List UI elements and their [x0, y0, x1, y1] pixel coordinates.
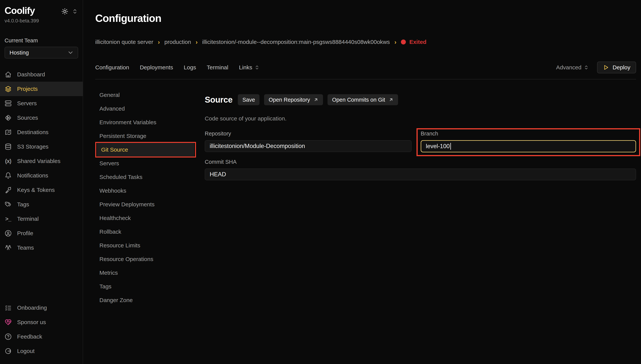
app-logo: Coolify — [5, 5, 35, 16]
sidebar-item-notifications[interactable]: Notifications — [0, 168, 83, 183]
page-title: Configuration — [95, 12, 636, 24]
tab-links[interactable]: Links — [239, 64, 260, 71]
sidebar-item-keys-tokens[interactable]: Keys & Tokens — [0, 183, 83, 197]
variables-icon: (x) — [5, 158, 12, 164]
branch-input[interactable]: level-100 — [421, 140, 636, 152]
logout-icon — [5, 348, 12, 354]
home-icon — [5, 71, 12, 78]
server-icon — [5, 100, 12, 107]
tab-terminal[interactable]: Terminal — [207, 64, 228, 71]
play-icon — [603, 64, 609, 70]
text-cursor — [450, 143, 451, 150]
theme-toggle-sun-icon[interactable] — [62, 8, 68, 16]
open-commits-button[interactable]: Open Commits on Git — [328, 94, 398, 105]
map-icon — [5, 129, 12, 136]
tab-logs[interactable]: Logs — [184, 64, 196, 71]
arrow-up-right-icon — [389, 97, 393, 102]
subnav-item-resource-operations[interactable]: Resource Operations — [95, 252, 196, 266]
sidebar-item-sponsor-us[interactable]: Sponsor us — [0, 315, 83, 330]
subnav-item-webhooks[interactable]: Webhooks — [95, 184, 196, 198]
users-icon — [5, 244, 12, 251]
tab-configuration[interactable]: Configuration — [95, 64, 129, 71]
git-source-panel: Source Save Open Repository Open Commits… — [205, 88, 636, 364]
subnav-item-servers[interactable]: Servers — [95, 156, 196, 170]
subnav-item-tags[interactable]: Tags — [95, 280, 196, 293]
commit-sha-field: Commit SHA — [205, 159, 636, 180]
commit-sha-label: Commit SHA — [205, 159, 636, 165]
help-circle-icon — [5, 333, 12, 340]
subnav-item-advanced[interactable]: Advanced — [95, 102, 196, 116]
subnav-item-preview-deployments[interactable]: Preview Deployments — [95, 198, 196, 211]
instance-selector-chevrons-icon[interactable] — [72, 8, 78, 15]
sidebar-item-projects[interactable]: Projects — [0, 82, 83, 96]
advanced-dropdown[interactable]: Advanced — [556, 64, 588, 71]
deploy-button[interactable]: Deploy — [597, 62, 636, 73]
breadcrumb-environment[interactable]: production — [164, 39, 191, 45]
current-team-label: Current Team — [5, 38, 78, 44]
terminal-icon: >_ — [5, 216, 12, 222]
git-source-annotation-box: Git Source — [95, 142, 196, 158]
sidebar-item-destinations[interactable]: Destinations — [0, 125, 83, 140]
subnav-item-danger-zone[interactable]: Danger Zone — [95, 293, 196, 307]
sidebar: Coolify v4.0.0-beta.399 Current Team Hos… — [0, 0, 83, 364]
configuration-subnav: General Advanced Environment Variables P… — [95, 88, 196, 364]
subnav-item-environment-variables[interactable]: Environment Variables — [95, 116, 196, 129]
sidebar-item-sources[interactable]: Sources — [0, 110, 83, 125]
arrow-up-right-icon — [313, 97, 318, 102]
chevron-right-icon: › — [196, 39, 198, 45]
brand-row: Coolify — [0, 5, 83, 16]
subnav-item-healthcheck[interactable]: Healthcheck — [95, 211, 196, 225]
subnav-item-rollback[interactable]: Rollback — [95, 225, 196, 238]
open-repository-button[interactable]: Open Repository — [264, 94, 323, 105]
layers-icon — [5, 86, 12, 92]
subnav-item-general[interactable]: General — [95, 88, 196, 102]
sidebar-item-shared-variables[interactable]: (x) Shared Variables — [0, 154, 83, 168]
status-dot-icon — [401, 40, 406, 44]
sidebar-item-dashboard[interactable]: Dashboard — [0, 67, 83, 82]
save-button[interactable]: Save — [238, 94, 260, 105]
subnav-item-scheduled-tasks[interactable]: Scheduled Tasks — [95, 170, 196, 184]
chevron-right-icon: › — [158, 39, 160, 45]
sidebar-item-terminal[interactable]: >_ Terminal — [0, 212, 83, 226]
source-description: Code source of your application. — [205, 115, 636, 122]
branch-field: Branch level-100 — [421, 130, 636, 152]
branch-label: Branch — [421, 130, 636, 137]
repository-input[interactable] — [205, 140, 412, 152]
tabs-divider — [95, 79, 636, 80]
commit-sha-input[interactable] — [205, 168, 636, 180]
checklist-icon — [5, 304, 12, 311]
chevrons-up-down-icon — [584, 65, 589, 70]
breadcrumb-resource[interactable]: illicitestonion/-module--decomposition:m… — [202, 39, 390, 45]
team-select-value: Hosting — [10, 50, 29, 56]
app-version: v4.0.0-beta.399 — [0, 18, 83, 24]
sidebar-item-s3-storages[interactable]: S3 Storages — [0, 140, 83, 154]
database-icon — [5, 143, 12, 150]
branch-annotation-box: Branch level-100 — [416, 128, 640, 156]
sidebar-item-teams[interactable]: Teams — [0, 240, 83, 255]
status-label: Exited — [409, 39, 426, 45]
chevron-right-icon: › — [394, 39, 397, 45]
sidebar-item-profile[interactable]: Profile — [0, 226, 83, 240]
team-select[interactable]: Hosting — [5, 47, 78, 58]
chevron-down-icon — [67, 49, 74, 56]
tag-icon — [5, 201, 12, 208]
heart-hands-icon — [5, 319, 12, 326]
tab-deployments[interactable]: Deployments — [140, 64, 173, 71]
status-badge: Exited — [401, 39, 426, 45]
chevrons-up-down-icon — [255, 65, 260, 70]
subnav-item-persistent-storage[interactable]: Persistent Storage — [95, 129, 196, 143]
tabs-row: Configuration Deployments Logs Terminal … — [95, 62, 636, 73]
breadcrumb-project[interactable]: illicitonion quote server — [95, 39, 153, 45]
breadcrumb: illicitonion quote server › production ›… — [95, 39, 636, 45]
sidebar-item-logout[interactable]: Logout — [0, 344, 83, 358]
subnav-item-git-source[interactable]: Git Source — [97, 143, 194, 156]
subnav-item-resource-limits[interactable]: Resource Limits — [95, 238, 196, 252]
sidebar-item-servers[interactable]: Servers — [0, 96, 83, 110]
sidebar-footer-nav: Onboarding Sponsor us Feedback Logout — [0, 300, 83, 358]
sidebar-item-onboarding[interactable]: Onboarding — [0, 300, 83, 315]
sidebar-item-feedback[interactable]: Feedback — [0, 330, 83, 344]
user-circle-icon — [5, 230, 12, 237]
key-icon — [5, 186, 12, 194]
subnav-item-metrics[interactable]: Metrics — [95, 266, 196, 280]
sidebar-item-tags[interactable]: Tags — [0, 197, 83, 212]
